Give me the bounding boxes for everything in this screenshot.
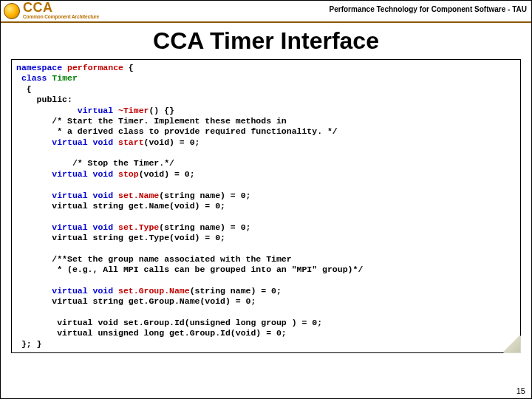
page-curl-icon	[502, 335, 520, 352]
kw-virtual-void: virtual void	[16, 286, 113, 296]
code-frag: (string name) = 0;	[159, 191, 250, 200]
code-brace: {	[123, 63, 134, 72]
cca-logo: CCA Common Component Architecture	[4, 1, 99, 20]
header-bar: CCA Common Component Architecture Perfor…	[1, 1, 531, 23]
logo-subtitle: Common Component Architecture	[23, 15, 99, 20]
logo-circle-icon	[4, 3, 20, 19]
logo-acronym: CCA	[23, 1, 99, 14]
class-name: Timer	[47, 73, 77, 83]
logo-text-block: CCA Common Component Architecture	[23, 1, 99, 20]
code-comment: /* Stop the Timer.*/	[16, 158, 174, 168]
code-line: virtual void set.Group.Id(unsigned long …	[16, 318, 322, 327]
slide: CCA Common Component Architecture Perfor…	[0, 0, 532, 399]
dtor-name: ~Timer	[113, 106, 149, 115]
fn-stop: stop	[113, 169, 139, 179]
code-frag: () {}	[149, 106, 174, 115]
ns-name: performance	[62, 63, 123, 72]
slide-title: CCA Timer Interface	[1, 27, 531, 55]
fn-setgroupname: set.Group.Name	[113, 286, 190, 296]
kw-virtual-void: virtual void	[16, 191, 113, 200]
code-comment: /**Set the group name associated with th…	[16, 254, 292, 264]
code-frag: (string name) = 0;	[159, 222, 250, 232]
code-line: public:	[16, 95, 72, 104]
kw-class: class	[16, 73, 47, 83]
code-line: {	[16, 84, 32, 94]
code-line: virtual string get.Group.Name(void) = 0;	[16, 296, 256, 306]
code-comment: * (e.g., All MPI calls can be grouped in…	[16, 265, 363, 274]
page-number: 15	[516, 386, 525, 395]
code-line: virtual unsigned long get.Group.Id(void)…	[16, 328, 287, 338]
code-line: virtual string get.Name(void) = 0;	[16, 201, 225, 211]
fn-start: start	[113, 137, 143, 147]
code-line: virtual string get.Type(void) = 0;	[16, 233, 225, 242]
code-closing: }; }	[16, 339, 42, 349]
code-listing: namespace performance { class Timer { pu…	[16, 63, 516, 349]
kw-virtual-void: virtual void	[16, 137, 113, 147]
kw-virtual-void: virtual void	[16, 169, 113, 179]
code-frag: (void) = 0;	[139, 169, 195, 179]
code-frag: (void) = 0;	[144, 137, 200, 147]
code-comment: * a derived class to provide required fu…	[16, 126, 338, 136]
kw-namespace: namespace	[16, 63, 62, 72]
kw-virtual: virtual	[16, 106, 113, 115]
code-frag: (string name) = 0;	[190, 286, 282, 296]
code-box: namespace performance { class Timer { pu…	[11, 59, 521, 353]
fn-settype: set.Type	[113, 222, 159, 232]
kw-virtual-void: virtual void	[16, 222, 113, 232]
fn-setname: set.Name	[113, 191, 159, 200]
header-tagline: Performance Technology for Component Sof…	[330, 5, 527, 13]
code-comment: /* Start the Timer. Implement these meth…	[16, 116, 287, 126]
